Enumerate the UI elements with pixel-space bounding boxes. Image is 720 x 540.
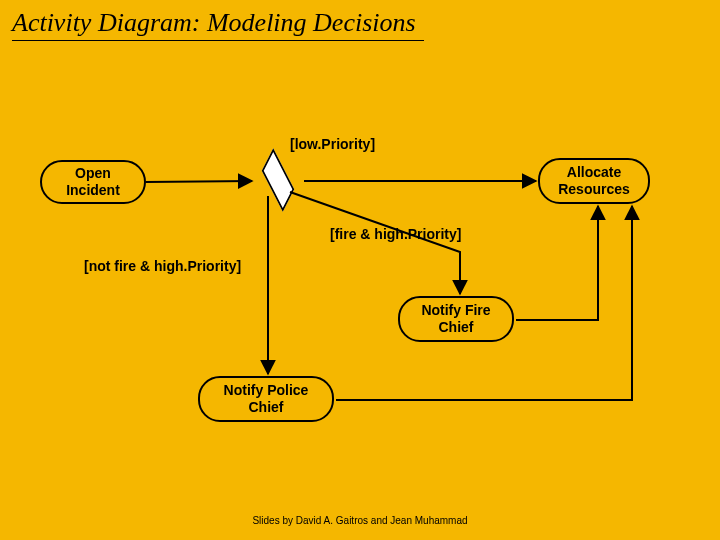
footer-credits: Slides by David A. Gaitros and Jean Muha…: [0, 515, 720, 526]
activity-notify-police-chief: Notify Police Chief: [198, 376, 334, 422]
guard-fire-high-priority: [fire & high.Priority]: [330, 226, 461, 242]
page-title: Activity Diagram: Modeling Decisions: [12, 8, 424, 41]
edge-fire-chief-to-allocate: [516, 206, 598, 320]
guard-not-fire-high-priority: [not fire & high.Priority]: [84, 258, 241, 274]
edge-decision-to-fire-chief: [290, 192, 460, 294]
activity-allocate-resources: Allocate Resources: [538, 158, 650, 204]
activity-open-incident: Open Incident: [40, 160, 146, 204]
slide: Activity Diagram: Modeling Decisions Ope…: [0, 0, 720, 540]
decision-node: [256, 168, 300, 192]
guard-low-priority: [low.Priority]: [290, 136, 375, 152]
edge-open-to-decision: [146, 181, 252, 182]
activity-notify-fire-chief: Notify Fire Chief: [398, 296, 514, 342]
